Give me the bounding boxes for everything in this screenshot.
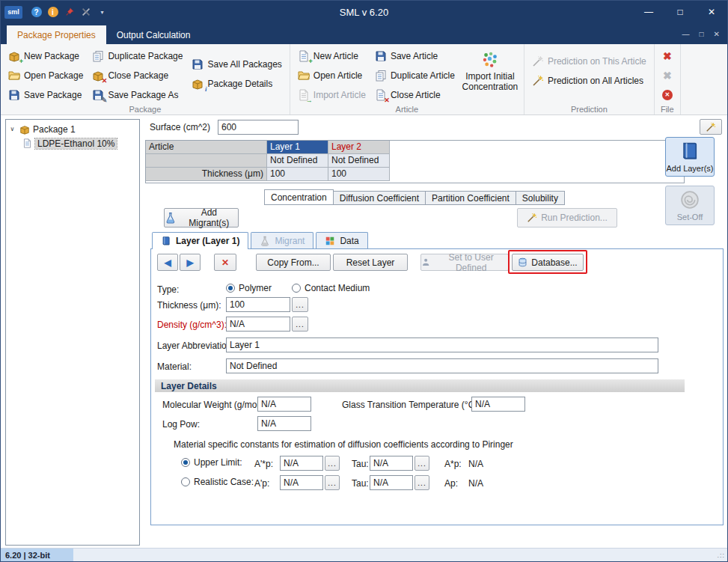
page-icon (298, 50, 310, 62)
tab-solubility[interactable]: Solubility (516, 191, 565, 205)
grid-column-layer2[interactable]: Layer 2 (328, 141, 390, 154)
density-input[interactable] (226, 317, 290, 332)
new-article-button[interactable]: + New Article (293, 48, 370, 65)
expander-icon[interactable]: ∨ (8, 126, 16, 132)
ap-input[interactable] (280, 475, 323, 490)
app-logo: sml (4, 6, 22, 19)
polymer-radio[interactable]: Polymer (226, 283, 272, 293)
package-details-button[interactable]: i Package Details (187, 75, 286, 92)
copy-from-button[interactable]: Copy From... (256, 254, 331, 271)
import-initial-concentration-button[interactable]: Import Initial Concentration (459, 46, 521, 103)
ap-browse-button[interactable]: ... (325, 475, 340, 490)
prediction-all-articles-button[interactable]: Prediction on All Articles (527, 72, 651, 89)
molecular-weight-input[interactable] (257, 397, 311, 412)
grid-cell-thickness-layer1[interactable]: 100 (267, 168, 328, 181)
pin-button[interactable] (62, 5, 76, 19)
pencil-badge-icon: ✎ (101, 97, 107, 104)
tab-output-calculation[interactable]: Output Calculation (106, 25, 201, 44)
tree-item-package[interactable]: ∨ Package 1 (6, 122, 139, 136)
apstar-input[interactable] (280, 456, 323, 471)
layer-abbreviation-input[interactable] (226, 337, 658, 352)
qat-dropdown-button[interactable]: ▾ (95, 5, 109, 19)
realistic-case-radio[interactable]: Realistic Case: (181, 477, 254, 487)
minimize-button[interactable]: — (633, 1, 664, 23)
contact-medium-radio[interactable]: Contact Medium (292, 283, 370, 293)
plus-badge-icon: + (309, 58, 313, 65)
previous-layer-button[interactable]: ◀ (157, 254, 178, 271)
upper-tau-input[interactable] (370, 456, 413, 471)
run-prediction-button[interactable]: Run Prediction... (517, 208, 617, 227)
tab-concentration[interactable]: Concentration (264, 189, 334, 205)
grid-thickness-row-label: Thickness (μm) (146, 168, 267, 181)
import-article-button[interactable]: → Import Article (293, 86, 370, 103)
log-pow-input[interactable] (257, 416, 311, 431)
set-off-button[interactable]: Set-Off (665, 186, 715, 225)
file-close-button[interactable]: ✖ (658, 48, 677, 65)
material-input[interactable] (226, 358, 658, 373)
real-tau-input[interactable] (370, 475, 413, 490)
duplicate-package-button[interactable]: Duplicate Package (88, 48, 187, 65)
save-article-button[interactable]: Save Article (370, 48, 459, 65)
open-package-button[interactable]: Open Package (4, 67, 88, 85)
thickness-input[interactable] (226, 297, 290, 312)
prediction-this-article-button[interactable]: Prediction on This Article (527, 52, 651, 70)
add-migrants-button[interactable]: Add Migrant(s) (164, 208, 239, 227)
document-restore-button[interactable]: □ (700, 30, 704, 38)
folder-icon (298, 70, 310, 82)
gray-x-icon: ✖ (663, 70, 672, 82)
x-badge-icon: ✕ (384, 97, 390, 104)
customize-button[interactable] (79, 5, 93, 19)
close-package-button[interactable]: ✕ Close Package (88, 67, 187, 85)
grid-column-layer1[interactable]: Layer 1 (267, 141, 328, 154)
package-tree-panel: ∨ Package 1 LDPE-Ethanol 10% (5, 119, 140, 546)
document-minimize-button[interactable]: — (682, 30, 690, 38)
info-button[interactable]: i (46, 5, 60, 19)
document-close-button[interactable]: ✕ (714, 30, 720, 38)
thickness-browse-button[interactable]: ... (292, 297, 308, 312)
file-close-all-button[interactable]: ✖ (658, 67, 677, 85)
tab-data[interactable]: Data (316, 232, 367, 248)
magic-tools-button[interactable] (700, 119, 722, 135)
next-layer-button[interactable]: ▶ (180, 254, 201, 271)
delete-layer-button[interactable]: ✕ (214, 254, 236, 271)
save-all-packages-button[interactable]: Save All Packages (187, 55, 286, 73)
new-package-button[interactable]: + New Package (4, 48, 88, 65)
close-article-button[interactable]: ✕ Close Article (370, 86, 459, 103)
upper-limit-radio[interactable]: Upper Limit: (181, 457, 242, 468)
floppy-icon (8, 89, 20, 101)
density-browse-button[interactable]: ... (292, 317, 308, 332)
article-group: + New Article Open Article → Import Arti… (290, 44, 524, 114)
add-layers-button[interactable]: Add Layer(s) (665, 137, 715, 177)
reset-layer-button[interactable]: Reset Layer (333, 254, 408, 271)
grid-cell-status-layer2[interactable]: Not Defined (328, 154, 390, 168)
save-package-as-button[interactable]: ✎ Save Package As (88, 86, 187, 103)
duplicate-article-button[interactable]: Duplicate Article (370, 67, 459, 85)
real-tau-browse-button[interactable]: ... (415, 475, 429, 490)
grid-cell-thickness-layer2[interactable]: 100 (328, 168, 390, 181)
glass-transition-input[interactable] (471, 397, 525, 412)
scatter-dots-icon (480, 50, 500, 70)
help-button[interactable]: ? (29, 5, 43, 19)
file-exit-button[interactable]: ✕ (658, 86, 677, 103)
upper-tau-browse-button[interactable]: ... (415, 456, 429, 471)
delete-x-icon: ✕ (221, 257, 229, 268)
tab-package-properties[interactable]: Package Properties (7, 25, 106, 44)
grid-cell-status-layer1[interactable]: Not Defined (267, 154, 328, 168)
set-to-user-defined-button[interactable]: Set to User Defined (420, 254, 509, 271)
pin-icon (64, 7, 75, 17)
tab-migrant[interactable]: Migrant (251, 232, 313, 248)
database-button[interactable]: Database... (512, 254, 584, 271)
package-icon (8, 50, 20, 62)
tab-partition-coefficient[interactable]: Partition Coefficient (426, 191, 516, 205)
apstar-browse-button[interactable]: ... (325, 456, 340, 471)
open-article-button[interactable]: Open Article (293, 67, 370, 85)
close-button[interactable]: ✕ (696, 1, 727, 23)
tab-diffusion-coefficient[interactable]: Diffusion Coefficient (334, 191, 426, 205)
data-grid-icon (325, 236, 335, 246)
tab-layer[interactable]: Layer (Layer 1) (152, 232, 248, 249)
tree-item-article[interactable]: LDPE-Ethanol 10% (6, 136, 139, 150)
resize-grip[interactable]: .:: (717, 552, 725, 559)
save-package-button[interactable]: Save Package (4, 86, 88, 103)
maximize-button[interactable]: □ (664, 1, 696, 23)
surface-input[interactable] (218, 120, 299, 135)
